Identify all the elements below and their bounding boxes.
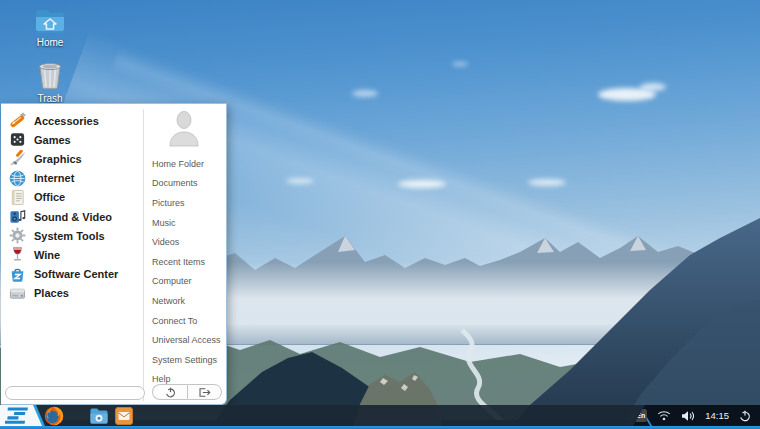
clock[interactable]: 14:15 (705, 410, 729, 421)
places-icon (9, 285, 26, 302)
menu-search-input[interactable] (5, 386, 145, 400)
menu-item-videos[interactable]: Videos (144, 232, 224, 252)
files-icon (89, 406, 109, 426)
cloud (640, 83, 666, 91)
menu-category-internet[interactable]: Internet (6, 169, 140, 188)
cloud (398, 180, 446, 188)
menu-item-documents[interactable]: Documents (144, 174, 224, 194)
category-list: Accessories Games Graphics (6, 111, 140, 303)
office-icon (9, 189, 26, 206)
menu-category-graphics[interactable]: Graphics (6, 149, 140, 168)
menu-item-universal-access[interactable]: Universal Access (144, 330, 224, 350)
logout-button[interactable] (187, 384, 222, 400)
category-label: Places (34, 287, 69, 299)
system-tray: En 14:15 (633, 405, 760, 426)
tray-items: En 14:15 (634, 405, 760, 426)
desktop-icon-home[interactable]: Home (18, 8, 82, 48)
menu-category-places[interactable]: Places (6, 284, 140, 303)
firefox-icon (44, 406, 64, 426)
category-label: Software Center (34, 268, 118, 280)
trash-icon (36, 62, 64, 90)
category-label: Games (34, 134, 71, 146)
menu-category-software-center[interactable]: Software Center (6, 265, 140, 284)
category-label: Graphics (34, 153, 82, 165)
menu-item-network[interactable]: Network (144, 291, 224, 311)
category-label: Sound & Video (34, 211, 112, 223)
wine-icon (9, 246, 26, 263)
menu-category-accessories[interactable]: Accessories (6, 111, 140, 130)
menu-category-games[interactable]: Games (6, 130, 140, 149)
zorin-logo-icon (5, 407, 29, 424)
desktop-icon-trash[interactable]: Trash (18, 62, 82, 104)
internet-icon (9, 170, 26, 187)
menu-category-system-tools[interactable]: System Tools (6, 226, 140, 245)
places-column: Home Folder Documents Pictures Music Vid… (144, 110, 224, 389)
menu-item-system-settings[interactable]: System Settings (144, 350, 224, 370)
menu-item-connect-to[interactable]: Connect To (144, 311, 224, 331)
cloud (286, 178, 314, 184)
category-label: Wine (34, 249, 60, 261)
power-icon (165, 387, 176, 398)
power-icon[interactable] (739, 410, 751, 422)
menu-category-sound-video[interactable]: Sound & Video (6, 207, 140, 226)
cloud (352, 90, 378, 97)
start-menu-button[interactable] (0, 405, 46, 426)
user-avatar[interactable] (144, 110, 224, 154)
session-buttons (152, 384, 222, 400)
accessories-icon (9, 112, 26, 129)
shutdown-button[interactable] (152, 384, 187, 400)
menu-item-home-folder[interactable]: Home Folder (144, 154, 224, 174)
graphics-icon (9, 150, 26, 167)
desktop-screen: Home Trash Accessories (0, 0, 760, 429)
mail-launcher[interactable] (114, 406, 134, 426)
wifi-icon[interactable] (657, 410, 671, 421)
menu-item-recent-items[interactable]: Recent Items (144, 252, 224, 272)
games-icon (9, 131, 26, 148)
start-menu: Accessories Games Graphics (1, 103, 227, 405)
cloud (598, 88, 656, 101)
menu-item-music[interactable]: Music (144, 213, 224, 233)
category-label: Office (34, 191, 65, 203)
home-folder-icon (34, 8, 66, 34)
menu-item-computer[interactable]: Computer (144, 272, 224, 292)
logout-icon (198, 387, 211, 398)
taskbar: En 14:15 (0, 405, 760, 429)
files-launcher[interactable] (89, 406, 109, 426)
sound-video-icon (9, 208, 26, 225)
category-label: Accessories (34, 115, 99, 127)
desktop-icon-label: Home (37, 37, 64, 48)
cloud (528, 179, 566, 186)
system-tools-icon (9, 227, 26, 244)
category-label: System Tools (34, 230, 105, 242)
category-label: Internet (34, 172, 74, 184)
volume-icon[interactable] (681, 410, 695, 422)
mail-icon (114, 406, 134, 426)
user-avatar-icon (165, 110, 203, 148)
cloud (452, 62, 468, 66)
menu-category-wine[interactable]: Wine (6, 245, 140, 264)
menu-category-office[interactable]: Office (6, 188, 140, 207)
firefox-launcher[interactable] (44, 406, 64, 426)
menu-item-pictures[interactable]: Pictures (144, 193, 224, 213)
software-center-icon (9, 266, 26, 283)
